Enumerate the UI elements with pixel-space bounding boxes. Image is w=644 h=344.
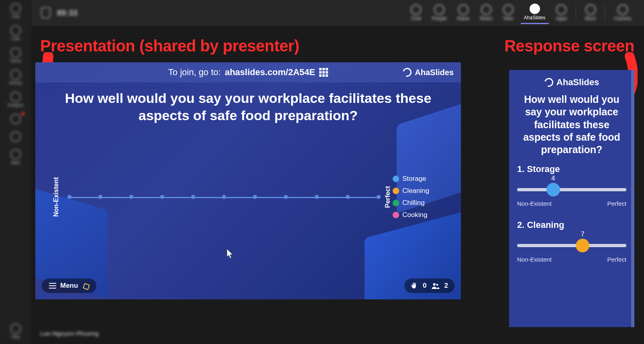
tb-ahaslides[interactable]: AhaSlides (521, 2, 549, 24)
rail-item[interactable]: Calls (5, 25, 26, 41)
join-url: ahaslides.com/2A54E (225, 67, 315, 78)
response-slider[interactable]: 7 (517, 238, 626, 254)
presentation-panel: To join, go to: ahaslides.com/2A54E AhaS… (35, 62, 461, 299)
tb-raise[interactable]: Raise (454, 3, 473, 23)
join-prefix: To join, go to: (168, 67, 221, 78)
response-slider[interactable]: 4 (517, 182, 626, 198)
hand-count: 0 (423, 282, 426, 290)
chart-tick (160, 195, 164, 199)
axis-label-left: Non-Existent (51, 139, 61, 255)
shield-icon (41, 7, 51, 18)
chart-plot (61, 139, 383, 255)
meeting-top-bar: 89:33 Chat People Raise React View AhaSl… (31, 0, 644, 26)
chart-tick (253, 195, 257, 199)
legend-dot-icon (393, 212, 399, 218)
axis-label-right: Perfect (383, 139, 393, 255)
app-left-rail: Chat Calls Teams Activity Designer Apps … (0, 0, 31, 344)
response-item: 1. Storage 4 Non-Existent Perfect (509, 160, 634, 216)
menu-button[interactable]: Menu (42, 278, 96, 293)
svg-point-2 (433, 283, 435, 286)
meeting-duration: 89:33 (57, 8, 77, 18)
slider-value: 7 (581, 230, 584, 238)
tb-people[interactable]: People (428, 3, 450, 23)
chart-legend: StorageCleaningChillingCooking (393, 139, 445, 255)
rail-item[interactable]: Activity (5, 70, 26, 85)
rail-item[interactable]: Teams (5, 47, 26, 63)
scale-left: Non-Existent (517, 200, 552, 207)
chart-tick (315, 195, 319, 199)
slider-track (517, 188, 626, 191)
legend-item: Storage (393, 175, 445, 183)
rail-item[interactable]: Chat (5, 3, 26, 19)
tb-camera[interactable]: Camera (611, 3, 634, 23)
ahaslides-logo-icon (401, 66, 413, 78)
ahaslides-icon (530, 4, 540, 14)
tb-more[interactable]: More (582, 3, 599, 23)
menu-label: Menu (60, 282, 78, 290)
chart-tick (191, 195, 195, 199)
ahaslides-logo-icon (543, 76, 555, 88)
legend-item: Chilling (393, 199, 445, 207)
chart-tick (284, 195, 288, 199)
chart-tick (67, 195, 71, 199)
legend-label: Cleaning (402, 187, 429, 195)
rail-item[interactable]: Apps (5, 149, 26, 165)
chart-tick (377, 195, 381, 199)
rail-item[interactable]: Designer (5, 92, 26, 107)
legend-dot-icon (393, 176, 399, 182)
slider-value: 4 (551, 174, 555, 182)
tb-apps[interactable]: Apps (553, 3, 570, 23)
cursor-icon (226, 248, 234, 258)
chart-tick (98, 195, 102, 199)
response-brand: AhaSlides (509, 70, 634, 91)
people-count: 2 (444, 282, 448, 290)
brand-top: AhaSlides (403, 62, 454, 82)
scale-right: Perfect (607, 256, 626, 263)
tb-react[interactable]: React (477, 3, 495, 23)
legend-label: Cooking (402, 211, 427, 219)
scale-left: Non-Existent (517, 256, 552, 263)
qr-icon (319, 68, 328, 77)
annotation-response-label: Response screen (504, 37, 634, 55)
response-question: How well would you say your workplace fa… (509, 91, 634, 160)
svg-point-3 (436, 284, 438, 286)
chart-tick (222, 195, 226, 199)
raised-hand-icon (411, 282, 418, 289)
response-item: 2. Cleaning 7 Non-Existent Perfect (509, 216, 634, 272)
presentation-question: How well would you say your workplace fa… (35, 82, 461, 124)
legend-item: Cooking (393, 211, 445, 219)
slider-thumb[interactable] (576, 239, 589, 252)
chart-area: Non-Existent Perfect StorageCleaningChil… (51, 139, 445, 255)
response-item-label: 1. Storage (517, 164, 626, 174)
rail-item[interactable] (5, 114, 26, 125)
response-items: 1. Storage 4 Non-Existent Perfect 2. Cle… (509, 160, 634, 272)
response-item-label: 2. Cleaning (517, 220, 626, 230)
participant-name: Lan Nguyen Phuong (40, 330, 99, 337)
chart-tick (129, 195, 133, 199)
participant-counts: 0 2 (404, 278, 454, 293)
rail-item[interactable] (5, 131, 26, 143)
legend-label: Storage (402, 175, 426, 183)
legend-label: Chilling (402, 199, 425, 207)
tb-view[interactable]: View (500, 3, 517, 23)
response-panel: AhaSlides How well would you say your wo… (509, 70, 634, 327)
legend-item: Cleaning (393, 187, 445, 195)
hamburger-icon (49, 283, 56, 289)
slider-thumb[interactable] (546, 183, 560, 197)
confetti-icon (82, 282, 89, 289)
response-scrollbar[interactable] (631, 70, 634, 327)
legend-dot-icon (393, 188, 399, 194)
chart-tick (346, 195, 350, 199)
scale-right: Perfect (607, 200, 626, 207)
tb-chat[interactable]: Chat (408, 3, 424, 23)
legend-dot-icon (393, 200, 399, 206)
slider-track (517, 244, 626, 247)
people-icon (432, 283, 440, 289)
annotation-presentation-label: Presentation (shared by presenter) (40, 37, 299, 55)
join-bar: To join, go to: ahaslides.com/2A54E AhaS… (35, 62, 461, 82)
rail-help[interactable]: Help (5, 324, 26, 339)
